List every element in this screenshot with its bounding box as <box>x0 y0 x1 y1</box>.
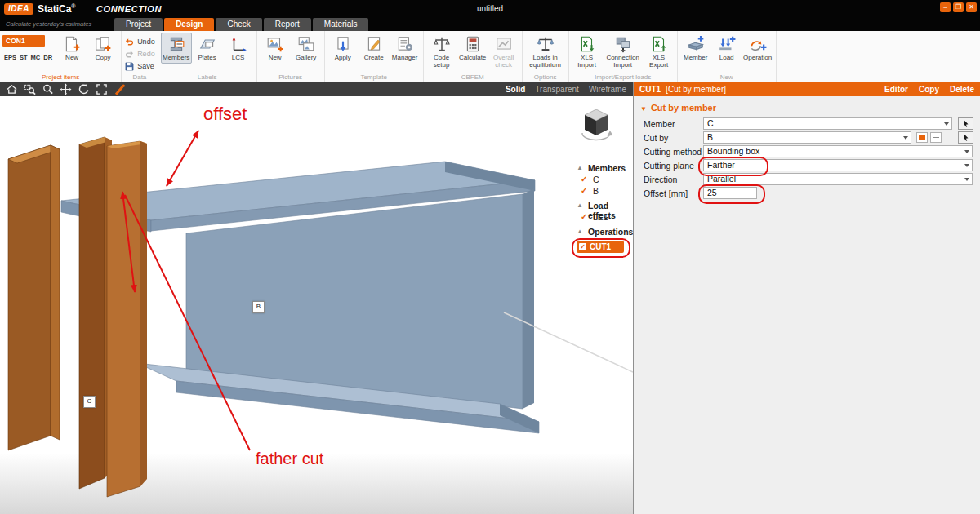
operation-item-selected[interactable]: ✓CUT1 <box>577 241 624 253</box>
ribbon-button-operation[interactable]: Operation <box>742 33 773 64</box>
cutting-plane-dropdown[interactable]: Farther <box>703 159 973 171</box>
member-label-b[interactable]: B <box>252 301 265 313</box>
maximize-button[interactable]: ❐ <box>953 2 964 12</box>
active-connection-item[interactable]: CON1 <box>2 35 45 47</box>
ribbon-button-load[interactable]: Load <box>711 33 742 64</box>
zoom-icon[interactable] <box>42 83 54 95</box>
display-mode-switch: SolidTransparentWireframe <box>506 82 626 96</box>
rotate-icon[interactable] <box>78 83 90 95</box>
member-dropdown[interactable]: C <box>703 117 952 130</box>
ribbon-button-create[interactable]: Create <box>359 33 390 64</box>
direction-dropdown[interactable]: Parallel <box>703 173 973 185</box>
tree-item-c[interactable]: ✓C <box>570 175 633 186</box>
navigation-cube[interactable] <box>577 104 616 144</box>
plate-color-icon[interactable] <box>916 132 928 143</box>
ribbon-button-overall-check[interactable]: Overall check <box>488 33 519 71</box>
cut-by-dropdown[interactable]: B <box>703 131 911 144</box>
analysis-code-dr[interactable]: DR <box>43 54 52 61</box>
tree-section-load-effects[interactable]: ▴Load effects <box>570 201 633 212</box>
tab-materials[interactable]: Materials <box>313 18 369 31</box>
ribbon-button-new[interactable]: New <box>56 33 87 64</box>
ribbon-button-member[interactable]: Member <box>680 33 711 64</box>
display-mode-solid[interactable]: Solid <box>506 85 525 94</box>
chevron-down-icon[interactable] <box>944 122 949 126</box>
analysis-code-st[interactable]: ST <box>20 54 28 61</box>
ribbon-button-code-setup[interactable]: Code setup <box>426 33 457 71</box>
ribbon-button-plates[interactable]: Plates <box>192 33 223 64</box>
b-web-end[interactable] <box>523 188 534 409</box>
panel-action-editor[interactable]: Editor <box>884 85 908 94</box>
section-collapse-icon[interactable]: ▼ <box>640 105 647 113</box>
collapse-icon[interactable]: ▴ <box>578 228 581 235</box>
panel-action-delete[interactable]: Delete <box>950 85 974 94</box>
tree-item-b[interactable]: ✓B <box>570 186 633 197</box>
tree-section-operations[interactable]: ▴Operations <box>570 227 633 238</box>
ribbon-button-save[interactable]: Save <box>124 60 155 72</box>
chevron-down-icon[interactable] <box>964 150 969 153</box>
tree-item-cut1[interactable]: ✓CUT1 <box>570 241 633 255</box>
chevron-down-icon[interactable] <box>903 136 908 140</box>
minimize-button[interactable]: – <box>940 2 951 12</box>
tab-report[interactable]: Report <box>264 18 311 31</box>
ribbon-button-members[interactable]: Members <box>161 33 192 64</box>
analysis-code-eps[interactable]: EPS <box>4 54 16 61</box>
ribbon-button-gallery[interactable]: Gallery <box>291 33 322 64</box>
tab-design[interactable]: Design <box>164 18 214 31</box>
c-near-flange[interactable] <box>107 141 140 497</box>
doc-copy-icon <box>94 35 112 53</box>
tab-project[interactable]: Project <box>114 18 163 31</box>
collapse-icon[interactable]: ▴ <box>578 202 581 209</box>
checkbox-checked-icon[interactable]: ✓ <box>581 175 587 184</box>
ribbon-button-copy[interactable]: Copy <box>87 33 118 64</box>
select-in-scene-button[interactable] <box>958 117 973 130</box>
checkbox-checked-icon[interactable]: ✓ <box>579 243 586 250</box>
cutting-method-dropdown[interactable]: Bounding box <box>703 145 973 157</box>
c-far-flange[interactable] <box>8 145 51 450</box>
layers-icon[interactable] <box>930 132 942 143</box>
collapse-icon[interactable]: ▴ <box>578 164 581 171</box>
zoom-window-icon[interactable] <box>24 83 36 95</box>
tab-check[interactable]: Check <box>216 18 261 31</box>
ribbon-button-xls-import[interactable]: XLS Import <box>572 33 603 71</box>
chevron-down-icon[interactable] <box>964 164 969 167</box>
display-mode-wireframe[interactable]: Wireframe <box>589 85 626 94</box>
ribbon-button-label: Load <box>719 54 734 61</box>
fit-icon[interactable] <box>96 83 108 95</box>
c-web-plate[interactable] <box>79 137 105 489</box>
ribbon-button-calculate[interactable]: Calculate <box>457 33 488 64</box>
checkbox-checked-icon[interactable]: ✓ <box>581 212 587 221</box>
offset-mm-input[interactable]: 25 <box>703 187 757 199</box>
checkbox-checked-icon[interactable]: ✓ <box>581 186 587 195</box>
viewport-3d[interactable]: SolidTransparentWireframe <box>0 82 633 514</box>
property-label: Direction <box>644 175 677 184</box>
ribbon-button-label: XLS Import <box>573 54 601 69</box>
ribbon-button-lcs[interactable]: LCS <box>223 33 254 64</box>
member-label-c[interactable]: C <box>83 396 96 408</box>
ribbon-button-apply[interactable]: Apply <box>327 33 359 64</box>
chevron-down-icon[interactable] <box>964 178 969 181</box>
ribbon-button-connection-import[interactable]: Connection Import <box>603 33 644 71</box>
save-icon <box>124 61 135 72</box>
display-mode-transparent[interactable]: Transparent <box>535 85 579 94</box>
pan-icon[interactable] <box>60 83 72 95</box>
ribbon-button-undo[interactable]: Undo <box>124 36 155 47</box>
tree-section-members[interactable]: ▴Members <box>570 163 633 175</box>
ribbon-button-new[interactable]: New <box>260 33 291 64</box>
select-in-scene-button[interactable] <box>958 131 973 144</box>
c-near-flange-edge[interactable] <box>140 141 147 486</box>
tree-item-le1[interactable]: ✓LE1 <box>570 212 633 224</box>
ribbon-button-loads-in-equilibrium[interactable]: Loads in equilibrium <box>525 33 566 71</box>
member-c-column[interactable] <box>8 137 147 497</box>
ribbon-button-xls-export[interactable]: XLS Export <box>644 33 675 71</box>
close-button[interactable]: ✕ <box>966 2 977 12</box>
section-header-cut-by-member[interactable]: ▼Cut by member <box>640 103 980 113</box>
ribbon-button-redo[interactable]: Redo <box>124 48 155 60</box>
ribbon-group-data: UndoRedoSaveData <box>122 31 158 82</box>
panel-action-copy[interactable]: Copy <box>919 85 939 94</box>
measure-icon[interactable] <box>114 83 126 95</box>
c-far-flange-edge[interactable] <box>51 145 60 440</box>
ribbon-button-manager[interactable]: Manager <box>390 33 421 64</box>
analysis-code-mc[interactable]: MC <box>31 54 41 61</box>
viewport-canvas[interactable]: B C offset father cut ▴Members✓C✓B▴Load … <box>0 96 633 514</box>
home-icon[interactable] <box>6 83 18 95</box>
